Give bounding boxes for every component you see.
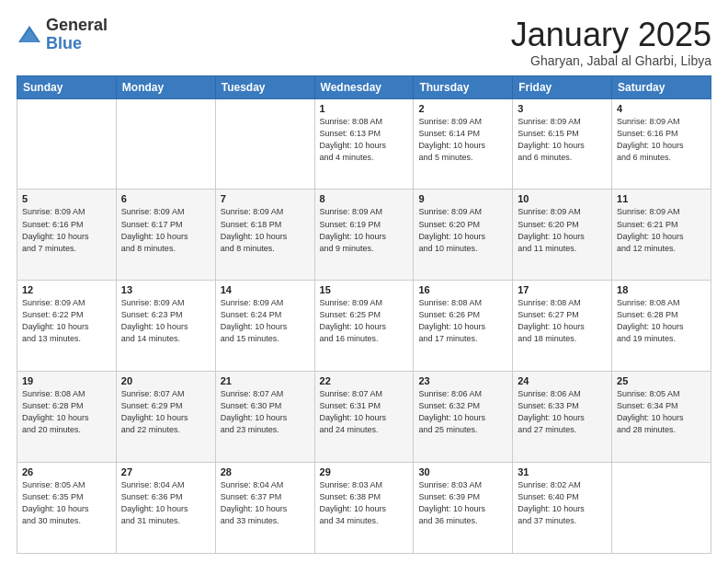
day-info: Sunrise: 8:08 AM Sunset: 6:27 PM Dayligh… — [518, 297, 607, 345]
day-info: Sunrise: 8:04 AM Sunset: 6:37 PM Dayligh… — [221, 479, 310, 527]
day-number: 8 — [320, 193, 409, 204]
day-cell-14: 14Sunrise: 8:09 AM Sunset: 6:24 PM Dayli… — [215, 281, 314, 372]
day-number: 7 — [221, 193, 310, 204]
day-cell-20: 20Sunrise: 8:07 AM Sunset: 6:29 PM Dayli… — [116, 372, 215, 463]
day-header-sunday: Sunday — [17, 75, 117, 98]
day-cell-2: 2Sunrise: 8:09 AM Sunset: 6:14 PM Daylig… — [414, 98, 513, 190]
day-info: Sunrise: 8:09 AM Sunset: 6:25 PM Dayligh… — [320, 297, 409, 345]
day-info: Sunrise: 8:09 AM Sunset: 6:14 PM Dayligh… — [418, 116, 507, 164]
day-info: Sunrise: 8:08 AM Sunset: 6:26 PM Dayligh… — [418, 297, 507, 345]
logo: General Blue — [17, 17, 108, 53]
day-number: 27 — [121, 466, 210, 477]
day-info: Sunrise: 8:04 AM Sunset: 6:36 PM Dayligh… — [121, 479, 210, 527]
day-info: Sunrise: 8:09 AM Sunset: 6:20 PM Dayligh… — [518, 206, 607, 254]
day-info: Sunrise: 8:03 AM Sunset: 6:39 PM Dayligh… — [418, 479, 507, 527]
day-cell-17: 17Sunrise: 8:08 AM Sunset: 6:27 PM Dayli… — [513, 281, 612, 372]
day-info: Sunrise: 8:07 AM Sunset: 6:29 PM Dayligh… — [121, 388, 210, 436]
day-info: Sunrise: 8:03 AM Sunset: 6:38 PM Dayligh… — [320, 479, 409, 527]
day-cell-1: 1Sunrise: 8:08 AM Sunset: 6:13 PM Daylig… — [314, 98, 414, 190]
day-number: 6 — [121, 193, 210, 204]
day-cell-25: 25Sunrise: 8:05 AM Sunset: 6:34 PM Dayli… — [612, 372, 711, 463]
day-number: 13 — [121, 284, 210, 295]
day-cell-24: 24Sunrise: 8:06 AM Sunset: 6:33 PM Dayli… — [513, 372, 612, 463]
day-number: 21 — [221, 375, 310, 386]
logo-general: General — [46, 17, 108, 35]
month-title: January 2025 — [511, 17, 711, 53]
day-header-tuesday: Tuesday — [215, 75, 314, 98]
calendar-week-1: 1Sunrise: 8:08 AM Sunset: 6:13 PM Daylig… — [17, 98, 711, 190]
day-cell-11: 11Sunrise: 8:09 AM Sunset: 6:21 PM Dayli… — [612, 190, 711, 281]
title-block: January 2025 Gharyan, Jabal al Gharbi, L… — [511, 17, 711, 68]
day-number: 28 — [221, 466, 310, 477]
empty-cell — [215, 98, 314, 190]
day-cell-4: 4Sunrise: 8:09 AM Sunset: 6:16 PM Daylig… — [612, 98, 711, 190]
header: General Blue January 2025 Gharyan, Jabal… — [17, 17, 711, 68]
day-cell-28: 28Sunrise: 8:04 AM Sunset: 6:37 PM Dayli… — [215, 463, 314, 554]
day-info: Sunrise: 8:09 AM Sunset: 6:19 PM Dayligh… — [320, 206, 409, 254]
day-number: 22 — [320, 375, 409, 386]
day-info: Sunrise: 8:07 AM Sunset: 6:30 PM Dayligh… — [221, 388, 310, 436]
day-info: Sunrise: 8:05 AM Sunset: 6:35 PM Dayligh… — [22, 479, 111, 527]
empty-cell — [116, 98, 215, 190]
day-info: Sunrise: 8:09 AM Sunset: 6:21 PM Dayligh… — [617, 206, 706, 254]
day-number: 4 — [617, 103, 706, 114]
day-info: Sunrise: 8:06 AM Sunset: 6:32 PM Dayligh… — [418, 388, 507, 436]
day-number: 9 — [418, 193, 507, 204]
day-number: 11 — [617, 193, 706, 204]
day-number: 12 — [22, 284, 111, 295]
day-cell-27: 27Sunrise: 8:04 AM Sunset: 6:36 PM Dayli… — [116, 463, 215, 554]
calendar-week-3: 12Sunrise: 8:09 AM Sunset: 6:22 PM Dayli… — [17, 281, 711, 372]
day-cell-29: 29Sunrise: 8:03 AM Sunset: 6:38 PM Dayli… — [314, 463, 414, 554]
day-cell-22: 22Sunrise: 8:07 AM Sunset: 6:31 PM Dayli… — [314, 372, 414, 463]
day-header-wednesday: Wednesday — [314, 75, 414, 98]
day-info: Sunrise: 8:09 AM Sunset: 6:18 PM Dayligh… — [221, 206, 310, 254]
calendar-table: SundayMondayTuesdayWednesdayThursdayFrid… — [17, 75, 711, 554]
day-number: 19 — [22, 375, 111, 386]
day-cell-6: 6Sunrise: 8:09 AM Sunset: 6:17 PM Daylig… — [116, 190, 215, 281]
day-cell-23: 23Sunrise: 8:06 AM Sunset: 6:32 PM Dayli… — [414, 372, 513, 463]
day-header-friday: Friday — [513, 75, 612, 98]
logo-blue: Blue — [46, 35, 108, 53]
day-cell-7: 7Sunrise: 8:09 AM Sunset: 6:18 PM Daylig… — [215, 190, 314, 281]
day-number: 18 — [617, 284, 706, 295]
day-number: 3 — [518, 103, 607, 114]
day-cell-13: 13Sunrise: 8:09 AM Sunset: 6:23 PM Dayli… — [116, 281, 215, 372]
day-cell-3: 3Sunrise: 8:09 AM Sunset: 6:15 PM Daylig… — [513, 98, 612, 190]
day-info: Sunrise: 8:05 AM Sunset: 6:34 PM Dayligh… — [617, 388, 706, 436]
day-number: 15 — [320, 284, 409, 295]
calendar-week-5: 26Sunrise: 8:05 AM Sunset: 6:35 PM Dayli… — [17, 463, 711, 554]
day-info: Sunrise: 8:08 AM Sunset: 6:28 PM Dayligh… — [617, 297, 706, 345]
day-info: Sunrise: 8:09 AM Sunset: 6:20 PM Dayligh… — [418, 206, 507, 254]
day-number: 31 — [518, 466, 607, 477]
calendar-week-2: 5Sunrise: 8:09 AM Sunset: 6:16 PM Daylig… — [17, 190, 711, 281]
day-cell-18: 18Sunrise: 8:08 AM Sunset: 6:28 PM Dayli… — [612, 281, 711, 372]
day-number: 30 — [418, 466, 507, 477]
calendar-header-row: SundayMondayTuesdayWednesdayThursdayFrid… — [17, 75, 711, 98]
day-cell-21: 21Sunrise: 8:07 AM Sunset: 6:30 PM Dayli… — [215, 372, 314, 463]
day-info: Sunrise: 8:06 AM Sunset: 6:33 PM Dayligh… — [518, 388, 607, 436]
day-cell-31: 31Sunrise: 8:02 AM Sunset: 6:40 PM Dayli… — [513, 463, 612, 554]
page: General Blue January 2025 Gharyan, Jabal… — [0, 0, 728, 563]
day-number: 1 — [320, 103, 409, 114]
day-cell-12: 12Sunrise: 8:09 AM Sunset: 6:22 PM Dayli… — [17, 281, 117, 372]
day-cell-16: 16Sunrise: 8:08 AM Sunset: 6:26 PM Dayli… — [414, 281, 513, 372]
day-info: Sunrise: 8:08 AM Sunset: 6:13 PM Dayligh… — [320, 116, 409, 164]
day-number: 2 — [418, 103, 507, 114]
logo-text: General Blue — [46, 17, 108, 53]
day-number: 10 — [518, 193, 607, 204]
day-cell-30: 30Sunrise: 8:03 AM Sunset: 6:39 PM Dayli… — [414, 463, 513, 554]
day-header-monday: Monday — [116, 75, 215, 98]
day-info: Sunrise: 8:02 AM Sunset: 6:40 PM Dayligh… — [518, 479, 607, 527]
day-cell-10: 10Sunrise: 8:09 AM Sunset: 6:20 PM Dayli… — [513, 190, 612, 281]
day-info: Sunrise: 8:08 AM Sunset: 6:28 PM Dayligh… — [22, 388, 111, 436]
day-info: Sunrise: 8:09 AM Sunset: 6:16 PM Dayligh… — [22, 206, 111, 254]
empty-cell — [612, 463, 711, 554]
day-info: Sunrise: 8:09 AM Sunset: 6:24 PM Dayligh… — [221, 297, 310, 345]
day-cell-9: 9Sunrise: 8:09 AM Sunset: 6:20 PM Daylig… — [414, 190, 513, 281]
day-info: Sunrise: 8:09 AM Sunset: 6:17 PM Dayligh… — [121, 206, 210, 254]
day-number: 17 — [518, 284, 607, 295]
day-info: Sunrise: 8:09 AM Sunset: 6:15 PM Dayligh… — [518, 116, 607, 164]
day-number: 25 — [617, 375, 706, 386]
day-cell-26: 26Sunrise: 8:05 AM Sunset: 6:35 PM Dayli… — [17, 463, 117, 554]
day-info: Sunrise: 8:09 AM Sunset: 6:16 PM Dayligh… — [617, 116, 706, 164]
